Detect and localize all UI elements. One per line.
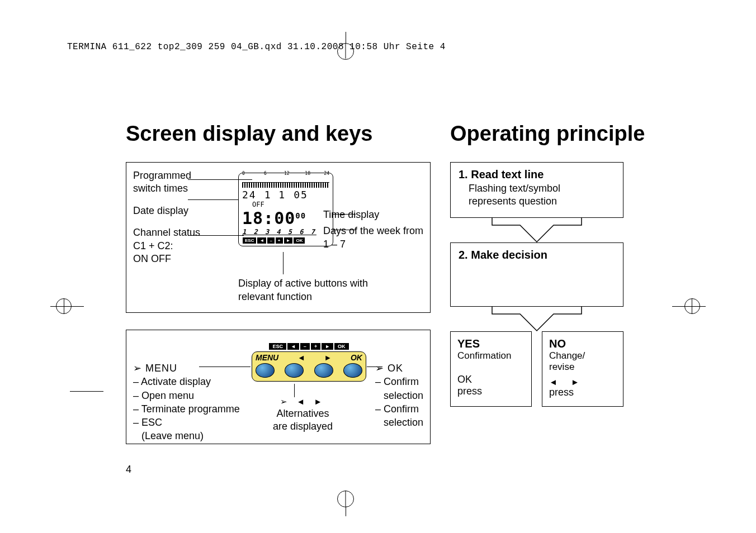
label-channel: Channel status C1 + C2: ON OFF [133,226,200,265]
left-labels: Programmed switch times Date display Cha… [133,169,200,274]
no-arrows: ◄ ► [549,377,616,387]
menu-button[interactable] [256,363,275,378]
label-days: Days of the week from 1 – 7 [323,225,423,251]
right-button[interactable] [314,363,333,378]
page-number: 4 [126,464,131,475]
ok-button[interactable] [343,363,362,378]
menu-list: ➢ MENU – Activate display – Open menu – … [133,361,240,443]
lcd-date: 24 1 1 05 [242,189,329,201]
crop-mark-top [336,36,356,56]
no-action: press [549,387,616,398]
screen-display-diagram: Programmed switch times Date display Cha… [126,162,431,313]
leader-line [283,252,284,274]
operating-flow: 1. Read text line Flashing text/symbol r… [450,162,623,407]
ok-list: ➢ OK – Confirm selection – Confirm selec… [375,361,423,429]
alternatives-block: ➢ ◄ ► Alternatives are displayed [273,396,333,433]
leader-line [188,199,238,200]
menu-item: – Terminate programme [133,402,240,416]
keys-header-row: ESC ◄ – + ► OK [252,342,366,350]
step2-head: 2. Make decision [459,249,615,261]
ok-item: – Confirm [375,375,423,388]
flow-step-2: 2. Make decision [450,242,623,307]
leader-line [294,384,295,397]
key-label-menu: MENU [256,353,278,362]
ok-item: selection [375,389,423,402]
yes-sub: Confirmation [457,350,525,361]
key-label-right: ► [324,353,332,362]
flow-step-1: 1. Read text line Flashing text/symbol r… [450,162,623,218]
left-button[interactable] [285,363,304,378]
keys-diagram: ➢ MENU – Activate display – Open menu – … [126,330,431,444]
lcd-time: 18:0000 [242,208,329,228]
print-header: TERMINA 611_622 top2_309 259 04_GB.qxd 3… [67,42,446,52]
flow-arrow-icon [450,217,623,243]
lcd-screen: 0 6 12 18 24 24 1 1 05 OFF 18:0000 1 2 3… [238,173,333,246]
yes-action: press [457,386,525,397]
caption-active-buttons: Display of active buttons with relevant … [238,277,368,303]
ok-head: ➢ OK [375,361,423,375]
flow-arrow-icon [450,306,623,332]
menu-item: – Open menu [133,389,240,402]
no-sub: Change/ revise [549,350,616,373]
crop-mark-bottom [336,491,356,511]
leader-line [188,235,244,236]
leader-line [199,367,251,367]
menu-item: (Leave menu) [133,429,240,442]
heading-screen-display: Screen display and keys [126,122,372,146]
no-box: NO Change/ revise ◄ ► press [542,331,623,407]
yes-action: OK [457,374,525,386]
lcd-days: 1 2 3 4 5 6 7 [242,228,329,236]
label-time: Time display [323,208,423,221]
key-label-left: ◄ [297,353,305,362]
step1-head: 1. Read text line [459,168,615,181]
ok-item: – Confirm [375,402,423,416]
heading-operating-principle: Operating principle [450,122,645,146]
label-date: Date display [133,204,200,217]
ok-item: selection [375,416,423,429]
keys-panel: ESC ◄ – + ► OK MENU ◄ ► OK [252,342,366,382]
lcd-button-row: ESC ◄ – + ► OK [242,237,329,244]
alt-line: are displayed [273,420,333,433]
menu-head: ➢ MENU [133,361,240,375]
lcd-off: OFF [252,201,329,208]
leader-line [188,179,252,180]
menu-item: – Activate display [133,375,240,388]
crop-mark-left [50,296,84,316]
no-head: NO [549,337,616,350]
step1-body: Flashing text/symbol represents question [469,182,615,207]
lcd-tick-labels: 0 6 12 18 24 [242,175,329,182]
crop-tick-left [70,391,103,392]
crop-mark-right [672,296,706,316]
yes-head: YES [457,337,525,350]
right-labels: Time display Days of the week from 1 – 7 [323,208,423,251]
alt-line: Alternatives [273,407,333,420]
yes-no-row: YES Confirmation OK press NO Change/ rev… [450,331,623,407]
menu-item: – ESC [133,416,240,429]
lcd-scale [242,182,329,188]
alt-arrows: ➢ ◄ ► [273,396,333,407]
yes-box: YES Confirmation OK press [450,331,532,407]
label-programmed: Programmed switch times [133,169,200,196]
key-label-ok: OK [351,353,362,362]
